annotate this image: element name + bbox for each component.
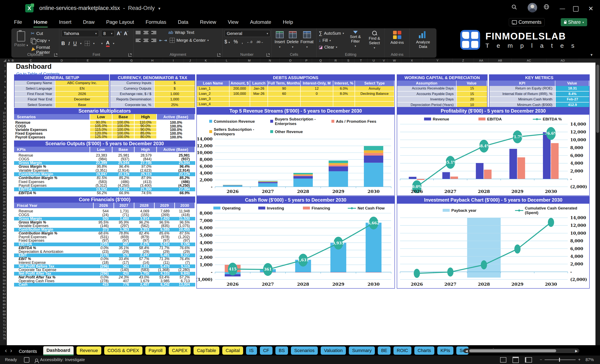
cell[interactable]: 100,000 bbox=[229, 91, 250, 96]
column-header-V[interactable]: V bbox=[380, 58, 388, 63]
merge-center-button[interactable]: Merge & Center ▾ bbox=[170, 38, 209, 43]
row-header-20[interactable]: 20 bbox=[0, 146, 7, 149]
cell[interactable]: 8.0% bbox=[333, 91, 355, 96]
font-size-select[interactable]: 8▾ bbox=[101, 30, 115, 37]
row-header-28[interactable]: 28 bbox=[0, 173, 7, 176]
row-header-52[interactable]: 52 bbox=[0, 255, 7, 258]
column-header-AB[interactable]: AB bbox=[488, 58, 512, 63]
maximize-button[interactable] bbox=[573, 6, 579, 12]
menu-item-help[interactable]: Help bbox=[282, 18, 293, 26]
align-middle-icon[interactable] bbox=[143, 30, 149, 35]
avatar[interactable] bbox=[528, 3, 537, 12]
row-header-48[interactable]: 48 bbox=[0, 241, 7, 245]
row-value[interactable]: 2026 bbox=[55, 91, 109, 97]
row-header-41[interactable]: 41 bbox=[0, 217, 7, 221]
cut-button[interactable]: ✂Cut bbox=[31, 31, 57, 36]
menu-item-view[interactable]: View bbox=[227, 18, 239, 26]
cell[interactable]: 80.0% bbox=[135, 135, 157, 139]
column-header-D[interactable]: D bbox=[47, 58, 76, 63]
zoom-level[interactable]: 87% bbox=[586, 357, 594, 362]
macro-record-icon[interactable] bbox=[24, 357, 29, 363]
row-header-66[interactable]: 66 bbox=[0, 303, 7, 306]
worksheet[interactable]: Dashboard Go to Table of Contents GENERA… bbox=[7, 63, 595, 345]
row-header-70[interactable]: 70 bbox=[0, 317, 7, 320]
cell[interactable]: 6.0% bbox=[333, 86, 355, 91]
column-header-B[interactable]: B bbox=[11, 58, 15, 63]
row-header-9[interactable]: 9 bbox=[0, 106, 7, 111]
column-header-F[interactable]: F bbox=[99, 58, 121, 63]
sheet-tab-valuation[interactable]: Valuation bbox=[321, 346, 346, 355]
row-header-18[interactable]: 18 bbox=[0, 139, 7, 142]
comma-style-button[interactable]: , bbox=[242, 39, 243, 45]
row-header-37[interactable]: 37 bbox=[0, 204, 7, 207]
underline-button[interactable]: U bbox=[73, 40, 77, 46]
row-header-22[interactable]: 22 bbox=[0, 153, 7, 156]
row-header-63[interactable]: 63 bbox=[0, 292, 7, 296]
row-header-53[interactable]: 53 bbox=[0, 258, 7, 262]
readonly-badge[interactable]: Read-Only bbox=[128, 5, 155, 11]
row-header-69[interactable]: 69 bbox=[0, 313, 7, 317]
italic-button[interactable]: I bbox=[68, 41, 70, 46]
font-family-select[interactable]: Tahoma▾ bbox=[61, 30, 99, 37]
row-header-58[interactable]: 58 bbox=[0, 275, 7, 279]
row-header-4[interactable]: 4 bbox=[0, 79, 7, 84]
row-header-59[interactable]: 59 bbox=[0, 279, 7, 282]
row-value[interactable]: Base bbox=[55, 102, 109, 108]
sheet-tab-is[interactable]: IS bbox=[246, 346, 257, 355]
column-header-H[interactable]: H bbox=[142, 58, 163, 63]
cell[interactable]: 125.0% bbox=[90, 135, 112, 139]
column-header-Q[interactable]: Q bbox=[312, 58, 329, 63]
menu-item-formulas[interactable]: Formulas bbox=[145, 18, 167, 26]
vertical-scrollbar[interactable] bbox=[595, 58, 600, 345]
cell[interactable]: Mar-26 bbox=[250, 91, 268, 96]
row-header-19[interactable]: 19 bbox=[0, 142, 7, 146]
tabs-prev-icon[interactable]: ‹ bbox=[5, 347, 7, 354]
row-header-12[interactable]: 12 bbox=[0, 118, 7, 122]
hscroll-right-icon[interactable]: ▶ bbox=[573, 349, 579, 353]
column-header-K[interactable]: K bbox=[197, 58, 215, 63]
cell[interactable]: Jan-26 bbox=[250, 86, 268, 91]
row-header-23[interactable]: 23 bbox=[0, 156, 7, 159]
share-button[interactable]: Share ▾ bbox=[561, 18, 587, 26]
row-header-33[interactable]: 33 bbox=[0, 190, 7, 194]
align-right-icon[interactable] bbox=[151, 38, 156, 43]
column-header-R[interactable]: R bbox=[329, 58, 342, 63]
row-header-61[interactable]: 61 bbox=[0, 286, 7, 289]
sheet-tab-roic[interactable]: ROIC bbox=[394, 346, 412, 355]
row-header-5[interactable]: 5 bbox=[0, 84, 7, 90]
column-header-Y[interactable]: Y bbox=[422, 58, 453, 63]
find-select-button[interactable]: Find & Select▾ bbox=[366, 31, 383, 50]
analyze-data-button[interactable]: Analyze Data bbox=[412, 31, 434, 49]
row-header-17[interactable]: 17 bbox=[0, 135, 7, 139]
cell[interactable] bbox=[333, 102, 355, 107]
column-header-S[interactable]: S bbox=[342, 58, 355, 63]
cell[interactable] bbox=[229, 96, 250, 102]
cell[interactable] bbox=[268, 102, 301, 107]
menu-item-page-layout[interactable]: Page Layout bbox=[106, 18, 134, 26]
column-header-I[interactable]: I bbox=[163, 58, 184, 63]
column-header-X[interactable]: X bbox=[401, 58, 422, 63]
row-header-16[interactable]: 16 bbox=[0, 132, 7, 135]
row-header-30[interactable]: 30 bbox=[0, 180, 7, 183]
column-header-AC[interactable]: AC bbox=[512, 58, 546, 63]
search-icon[interactable] bbox=[510, 4, 518, 12]
row-header-32[interactable]: 32 bbox=[0, 187, 7, 190]
row-header-15[interactable]: 15 bbox=[0, 128, 7, 132]
sheet-tab-scenarios[interactable]: Scenarios bbox=[291, 346, 318, 355]
sheet-tab-capex[interactable]: CAPEX bbox=[169, 346, 191, 355]
align-center-icon[interactable] bbox=[143, 38, 149, 43]
column-header-N[interactable]: N bbox=[260, 58, 280, 63]
row-value[interactable]: 8.4% bbox=[555, 91, 589, 97]
row-value[interactable]: EN bbox=[55, 86, 109, 91]
font-color-icon[interactable]: A bbox=[106, 40, 110, 47]
cell[interactable]: Annuity bbox=[355, 86, 394, 91]
cell[interactable] bbox=[355, 102, 394, 107]
accessibility-status[interactable]: Accessibility: Investigate bbox=[40, 357, 85, 362]
increase-decimal-button[interactable]: ←.0 bbox=[247, 40, 253, 44]
number-dialog-launcher[interactable] bbox=[266, 53, 270, 57]
minimize-button[interactable]: — bbox=[558, 5, 566, 12]
format-cells-button[interactable]: Format▾ bbox=[300, 31, 313, 49]
cell[interactable]: 60 bbox=[268, 91, 301, 96]
row-value[interactable]: 18.31 bbox=[555, 86, 589, 91]
row-value[interactable]: 1,000 bbox=[154, 97, 195, 102]
